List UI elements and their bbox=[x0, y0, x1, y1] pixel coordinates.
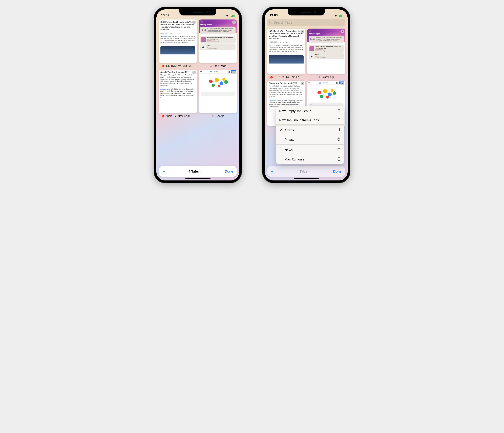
battery-icon: ⚡︎ bbox=[230, 15, 234, 17]
article-body: The Apple TV is Apple's set-top box. The… bbox=[161, 74, 195, 86]
suggestion-thumb-icon bbox=[309, 46, 314, 51]
article-image bbox=[161, 46, 195, 54]
nav-all: ALL bbox=[210, 71, 213, 72]
copy-icon bbox=[337, 157, 341, 162]
clock: 13:03 bbox=[270, 13, 278, 17]
search-tabs-input[interactable]: Search Tabs bbox=[267, 19, 345, 26]
tab-card-startpage[interactable]: ✕ Privacy Report 49 In the last seven da… bbox=[199, 19, 237, 68]
tracker-count: 49 bbox=[313, 38, 315, 40]
screen: 13:03 ⚡︎ Search Tabs ✕ iOS 15's Live Tex… bbox=[265, 9, 348, 180]
dynamic-dots bbox=[329, 16, 333, 16]
suggestion-row: Google Explores Alternative to Apple's N… bbox=[309, 45, 344, 53]
macrumors-favicon-icon: 🍎 bbox=[270, 76, 273, 79]
siri-suggestions-header: Siri SuggestionsShow All bbox=[307, 42, 345, 45]
menu-current-tabs[interactable]: ✓4 Tabs bbox=[276, 126, 344, 135]
article-date: Friday June 11, 2021 1:37 am PDT bbox=[269, 42, 304, 43]
article-title: iOS 15's Live Text Feature Lets You Digi… bbox=[161, 21, 195, 31]
tab-group-menu: New Empty Tab Group New Tab Group from 4… bbox=[276, 106, 344, 164]
search-icon bbox=[202, 93, 204, 95]
tab-toolbar: + 4 Tabs ⌄ Done bbox=[267, 166, 345, 177]
suggestion-row: Appleapple.com▢ From Bookmarks bbox=[309, 53, 344, 59]
svg-point-0 bbox=[202, 93, 203, 94]
article-body: In iOS 15, Apple is introducing a new fe… bbox=[269, 44, 304, 53]
menu-new-tab-group-from-tabs[interactable]: New Tab Group from 4 Tabs bbox=[276, 116, 344, 126]
nav-images: IMAGES bbox=[214, 71, 219, 72]
macrumors-favicon-icon: 🍎 bbox=[162, 115, 164, 118]
home-indicator bbox=[185, 178, 210, 179]
article-body: Announced in April of 2021, the second-g… bbox=[161, 88, 195, 98]
battery-icon: ⚡︎ bbox=[338, 15, 343, 17]
tab-group-selector[interactable]: 4 Tabs ⌄ bbox=[297, 170, 310, 173]
hamburger-icon bbox=[308, 82, 310, 83]
close-icon[interactable]: ✕ bbox=[192, 20, 196, 24]
screen: 13:02 ⚡︎ ✕ iOS 15's Live Text Feature Le… bbox=[156, 9, 239, 180]
tab-toolbar: + 4 Tabs ⌄ Done bbox=[159, 166, 237, 177]
iphone-frame-right: 13:03 ⚡︎ Search Tabs ✕ iOS 15's Live Tex… bbox=[262, 7, 350, 183]
tab-label: iOS 15's Live Text Fea… bbox=[165, 64, 194, 68]
star-icon: ★ bbox=[209, 64, 213, 68]
tab-label: Google bbox=[216, 115, 224, 118]
google-doodle-icon bbox=[315, 87, 338, 100]
article-image bbox=[269, 55, 304, 63]
suggestion-thumb-icon bbox=[201, 37, 206, 42]
article-title: Should You Buy the Apple TV? bbox=[161, 71, 195, 73]
star-icon: ★ bbox=[318, 76, 321, 79]
close-icon[interactable]: ✕ bbox=[341, 30, 344, 33]
iphone-frame-left: 13:02 ⚡︎ ✕ iOS 15's Live Text Feature Le… bbox=[154, 7, 242, 183]
menu-private[interactable]: Private bbox=[276, 135, 344, 145]
new-tab-button[interactable]: + bbox=[162, 169, 165, 174]
menu-tab-group-news[interactable]: News bbox=[276, 145, 344, 155]
macrumors-favicon-icon: 🍎 bbox=[162, 64, 164, 68]
chevron-down-icon: ⌄ bbox=[200, 170, 202, 172]
tab-card-article[interactable]: ✕ iOS 15's Live Text Feature Lets You Di… bbox=[267, 28, 305, 79]
done-button[interactable]: Done bbox=[333, 170, 342, 173]
tab-label: Apple TV: New 4K Mo… bbox=[165, 115, 194, 118]
new-tab-button[interactable]: + bbox=[271, 169, 273, 174]
hamburger-icon bbox=[200, 71, 202, 72]
copy-icon bbox=[337, 148, 341, 152]
tracker-desc: In the last seven days, Safari has preve… bbox=[316, 37, 342, 42]
search-icon bbox=[269, 21, 272, 24]
shield-icon bbox=[310, 38, 312, 40]
close-icon[interactable]: ✕ bbox=[192, 71, 196, 74]
close-icon[interactable]: ✕ bbox=[232, 71, 236, 74]
google-topbar: ALLIMAGES Sign in bbox=[307, 81, 345, 85]
close-icon[interactable]: ✕ bbox=[301, 30, 304, 33]
privacy-report-title: Privacy Report bbox=[309, 33, 344, 35]
close-icon[interactable]: ✕ bbox=[232, 20, 236, 24]
hand-icon bbox=[337, 137, 341, 142]
tracker-desc: In the last seven days, Safari has preve… bbox=[207, 28, 234, 33]
svg-rect-8 bbox=[338, 158, 340, 161]
search-placeholder: Search Tabs bbox=[273, 20, 292, 24]
dynamic-dots bbox=[220, 16, 224, 16]
home-indicator bbox=[294, 178, 319, 179]
tab-group-plus-icon bbox=[337, 109, 341, 113]
done-button[interactable]: Done bbox=[225, 170, 233, 173]
tab-label: Start Page bbox=[322, 76, 335, 79]
article-author: Tim Hardwick bbox=[161, 31, 195, 33]
apps-grid-icon bbox=[336, 82, 338, 84]
tab-card-article[interactable]: ✕ Should You Buy the Apple TV? The Apple… bbox=[159, 70, 197, 118]
wifi-icon bbox=[334, 15, 337, 17]
tab-label: iOS 15's Live Text Fea… bbox=[274, 76, 302, 79]
svg-rect-7 bbox=[338, 149, 340, 151]
tracker-count: 49 bbox=[204, 29, 206, 31]
close-icon[interactable]: ✕ bbox=[301, 82, 304, 85]
tab-card-article[interactable]: ✕ iOS 15's Live Text Feature Lets You Di… bbox=[159, 19, 197, 68]
apple-logo-icon bbox=[201, 45, 206, 49]
article-title: iOS 15's Live Text Feature Lets You Digi… bbox=[269, 30, 304, 40]
menu-tab-group-macrumours[interactable]: Mac Rumours bbox=[276, 155, 344, 164]
suggestion-row: Apple apple.com ▢ From Bookmarks bbox=[200, 44, 236, 50]
chevron-down-icon: ⌄ bbox=[308, 170, 310, 172]
apps-grid-icon bbox=[228, 71, 230, 72]
tab-card-startpage[interactable]: ✕ Privacy Report 49 In the last seven da… bbox=[307, 28, 345, 79]
menu-new-empty-tab-group[interactable]: New Empty Tab Group bbox=[276, 106, 344, 116]
close-icon[interactable]: ✕ bbox=[341, 82, 344, 85]
privacy-report-title: Privacy Report bbox=[200, 24, 236, 26]
siri-suggestions-header: Siri Suggestions Show All bbox=[199, 33, 237, 36]
tab-group-selector[interactable]: 4 Tabs ⌄ bbox=[189, 170, 202, 173]
wifi-icon bbox=[226, 15, 229, 17]
tab-card-google[interactable]: ✕ ALL IMAGES Sign in bbox=[199, 70, 237, 118]
article-title: Should You Buy the Apple TV? bbox=[269, 82, 304, 84]
checkmark-icon: ✓ bbox=[279, 128, 283, 132]
